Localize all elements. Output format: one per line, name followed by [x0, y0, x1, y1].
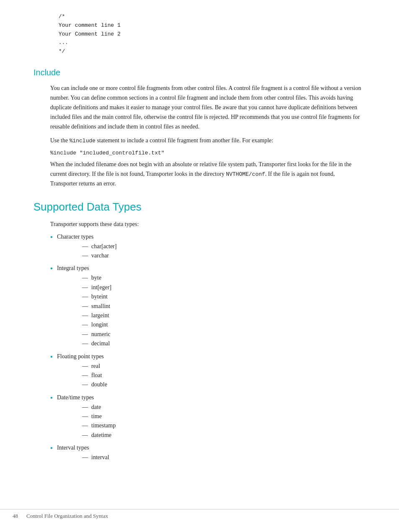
- code-block-top: /* Your comment line 1 Your Comment line…: [59, 13, 366, 56]
- include-code-inline: %include: [69, 138, 95, 144]
- code-line-4: ...: [59, 39, 366, 47]
- sub-item-datetime: — datetime: [82, 431, 115, 440]
- list-item-character: • Character types — char[acter] — varcha…: [50, 232, 366, 262]
- bullet-dot-5: •: [50, 443, 53, 454]
- integral-types-label: Integral types: [57, 265, 89, 271]
- sub-item-longint: — longint: [82, 320, 111, 329]
- bullet-dot-2: •: [50, 263, 53, 275]
- list-item-floating: • Floating point types — real — float — …: [50, 352, 366, 391]
- sub-item-largeint: — largeint: [82, 311, 111, 320]
- code-line-1: /*: [59, 13, 366, 21]
- sub-label-char: char[acter]: [91, 242, 117, 251]
- sub-item-timestamp: — timestamp: [82, 421, 115, 430]
- sub-item-byteint: — byteint: [82, 292, 111, 301]
- sub-item-varchar: — varchar: [82, 251, 117, 260]
- bullet-dot-4: •: [50, 393, 53, 404]
- data-types-list: • Character types — char[acter] — varcha…: [50, 232, 366, 464]
- sub-label-date: date: [91, 403, 101, 412]
- integral-types-sublist: — byte — int[eger] — byteint — smallint: [82, 273, 111, 348]
- sub-label-time: time: [91, 412, 102, 421]
- sub-item-decimal: — decimal: [82, 339, 111, 348]
- sub-label-longint: longint: [91, 320, 108, 329]
- include-statement-intro: Use the %include statement to include a …: [50, 136, 361, 145]
- sub-item-byte: — byte: [82, 273, 111, 283]
- sub-label-numeric: numeric: [91, 330, 110, 339]
- statement-end-text: statement to include a control file frag…: [95, 137, 273, 144]
- sub-label-byte: byte: [91, 273, 101, 283]
- code-line-3: Your Comment line 2: [59, 30, 366, 39]
- sub-label-byteint: byteint: [91, 292, 107, 301]
- character-types-sublist: — char[acter] — varchar: [82, 242, 117, 261]
- include-section-title: Include: [33, 68, 366, 77]
- sub-item-real: — real: [82, 362, 107, 371]
- sub-item-smallint: — smallint: [82, 302, 111, 311]
- datetime-types-sublist: — date — time — timestamp — datetime: [82, 403, 115, 440]
- sub-item-double: — double: [82, 380, 107, 389]
- footer-text: Control File Organization and Syntax: [26, 513, 108, 519]
- sub-label-decimal: decimal: [91, 339, 110, 348]
- include-code-example: %include "included_controlfile.txt": [50, 150, 366, 156]
- sub-item-date: — date: [82, 403, 115, 412]
- sub-item-integer: — int[eger]: [82, 283, 111, 292]
- sub-label-float: float: [91, 371, 102, 380]
- supported-data-types-title: Supported Data Types: [33, 200, 366, 213]
- sub-item-float: — float: [82, 371, 107, 380]
- interval-types-label: Interval types: [57, 445, 89, 451]
- code-line-5: */: [59, 47, 366, 56]
- nvthome-code: NVTHOME/conf: [226, 171, 265, 177]
- sub-label-varchar: varchar: [91, 251, 109, 260]
- include-paragraph-1: You can include one or more control file…: [50, 83, 361, 131]
- list-item-datetime: • Date/time types — date — time — timest…: [50, 393, 366, 442]
- sub-label-timestamp: timestamp: [91, 421, 115, 430]
- character-types-label: Character types: [57, 234, 93, 240]
- page-content: /* Your comment line 1 Your Comment line…: [0, 0, 399, 491]
- code-line-2: Your comment line 1: [59, 21, 366, 30]
- list-item-interval: • Interval types — interval: [50, 443, 366, 464]
- sub-label-datetime: datetime: [91, 431, 111, 440]
- sub-item-interval: — interval: [82, 453, 109, 462]
- sub-label-smallint: smallint: [91, 302, 110, 311]
- sub-label-interval: interval: [91, 453, 109, 462]
- supported-data-types-intro: Transporter supports these data types:: [50, 219, 366, 229]
- floating-types-label: Floating point types: [57, 353, 104, 360]
- sub-item-time: — time: [82, 412, 115, 421]
- footer-page-number: 48: [13, 513, 18, 519]
- include-paragraph-2: When the included filename does not begi…: [50, 159, 361, 189]
- sub-label-largeint: largeint: [91, 311, 109, 320]
- bullet-dot-1: •: [50, 232, 53, 243]
- bullet-dot-3: •: [50, 352, 53, 363]
- sub-item-char: — char[acter]: [82, 242, 117, 251]
- list-item-integral: • Integral types — byte — int[eger] — by…: [50, 264, 366, 350]
- sub-item-numeric: — numeric: [82, 330, 111, 339]
- page-footer: 48 Control File Organization and Syntax: [0, 509, 399, 519]
- sub-label-real: real: [91, 362, 100, 371]
- statement-intro-text: Use the: [50, 137, 69, 144]
- floating-types-sublist: — real — float — double: [82, 362, 107, 390]
- interval-types-sublist: — interval: [82, 453, 109, 462]
- datetime-types-label: Date/time types: [57, 394, 94, 401]
- sub-label-integer: int[eger]: [91, 283, 111, 292]
- sub-label-double: double: [91, 380, 107, 389]
